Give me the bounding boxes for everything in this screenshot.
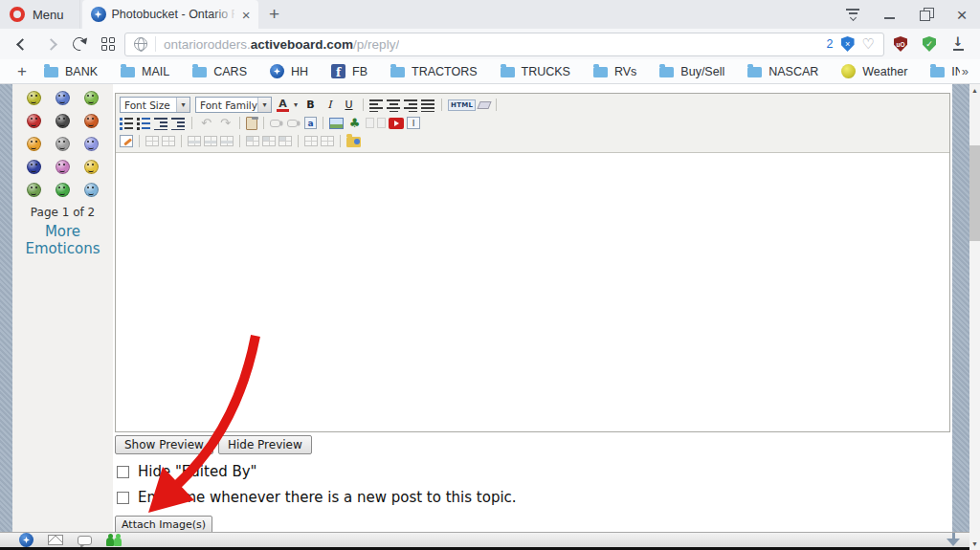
bookmarks-overflow-button[interactable]: » bbox=[960, 64, 970, 78]
tablecell-icon[interactable] bbox=[262, 136, 276, 146]
align-right-icon[interactable] bbox=[404, 99, 418, 112]
unlink-icon[interactable] bbox=[287, 116, 301, 131]
attach-images-button[interactable]: Attach Image(s) bbox=[115, 516, 212, 532]
eraser-icon[interactable] bbox=[478, 101, 492, 109]
tablerow-icon[interactable] bbox=[204, 136, 217, 146]
emoticon-8[interactable] bbox=[56, 137, 70, 151]
page-down-icon[interactable] bbox=[947, 533, 960, 547]
email-notify-checkbox[interactable] bbox=[117, 492, 129, 504]
page-scrollbar[interactable]: ▲ ▼ bbox=[969, 84, 980, 550]
reload-button[interactable] bbox=[67, 32, 92, 56]
forward-button[interactable] bbox=[38, 32, 63, 56]
tablecell-icon[interactable] bbox=[246, 136, 259, 146]
indent-icon[interactable] bbox=[171, 117, 186, 130]
activeboard-icon[interactable] bbox=[19, 533, 33, 547]
ublock-extension-button[interactable]: uO bbox=[888, 32, 913, 56]
bookmark-rvs[interactable]: RVs bbox=[593, 65, 636, 78]
emoticon-9[interactable] bbox=[84, 137, 99, 151]
bookmark-bank[interactable]: BANK bbox=[44, 65, 98, 78]
paste-icon[interactable] bbox=[246, 117, 257, 130]
bold-icon[interactable]: B bbox=[302, 98, 319, 113]
bookmark-weather[interactable]: Weather bbox=[841, 64, 907, 78]
new-tab-button[interactable]: + bbox=[258, 0, 291, 29]
add-bookmark-button[interactable]: + bbox=[10, 62, 34, 81]
emoticon-6[interactable] bbox=[84, 114, 99, 128]
chevron-down-icon[interactable]: ▾ bbox=[292, 98, 300, 113]
scrollbar-track[interactable] bbox=[969, 97, 980, 538]
redo-icon[interactable]: ↷ bbox=[217, 116, 234, 131]
mail-icon[interactable] bbox=[48, 535, 63, 545]
font-size-select[interactable]: Font Size▾ bbox=[120, 97, 190, 113]
more-emoticons-link[interactable]: More Emoticons bbox=[25, 223, 101, 257]
scrollbar-down-icon[interactable]: ▼ bbox=[969, 538, 980, 550]
cursor-icon[interactable]: I bbox=[407, 117, 420, 129]
tablerow-icon[interactable] bbox=[220, 136, 234, 146]
restore-button[interactable] bbox=[907, 0, 944, 29]
back-button[interactable] bbox=[10, 32, 34, 56]
html-icon[interactable]: HTML bbox=[448, 99, 476, 111]
adblock-shield-icon[interactable]: × bbox=[841, 36, 855, 52]
table-icon[interactable] bbox=[145, 136, 159, 146]
tablecell-icon[interactable] bbox=[278, 136, 292, 146]
scrollbar-up-icon[interactable]: ▲ bbox=[969, 84, 980, 97]
italic-icon[interactable]: I bbox=[322, 98, 338, 113]
bookmark-cars[interactable]: CARS bbox=[192, 65, 247, 78]
emoticon-5[interactable] bbox=[56, 114, 70, 128]
emoticon-4[interactable] bbox=[27, 114, 41, 128]
bookmark-hh[interactable]: HH bbox=[270, 64, 308, 78]
table-icon[interactable] bbox=[321, 136, 334, 146]
youtube-icon[interactable] bbox=[389, 118, 404, 129]
emoticon-13[interactable] bbox=[27, 183, 41, 197]
tab-close-icon[interactable]: × bbox=[240, 8, 253, 22]
chat-bubble-icon[interactable] bbox=[78, 536, 92, 545]
downloads-button[interactable]: ↓ bbox=[946, 32, 970, 56]
scrollbar-thumb[interactable] bbox=[969, 145, 980, 241]
bookmark-mail[interactable]: MAIL bbox=[121, 65, 169, 78]
tab-search-button[interactable] bbox=[835, 0, 871, 29]
table-icon[interactable] bbox=[304, 136, 318, 146]
emoticon-2[interactable] bbox=[56, 91, 70, 105]
members-icon[interactable] bbox=[106, 534, 123, 546]
hide-preview-button[interactable]: Hide Preview bbox=[218, 435, 312, 454]
align-center-icon[interactable] bbox=[387, 99, 401, 112]
image-icon[interactable] bbox=[329, 118, 344, 129]
underline-icon[interactable]: U bbox=[341, 98, 357, 113]
tree-icon[interactable]: ♣ bbox=[346, 116, 363, 131]
link-icon[interactable] bbox=[270, 116, 284, 131]
browser-tab[interactable]: Photobucket - Ontario Ro × bbox=[82, 0, 258, 29]
mini-icon[interactable] bbox=[366, 118, 374, 128]
source-icon[interactable] bbox=[120, 135, 133, 147]
emoticon-3[interactable] bbox=[84, 91, 99, 105]
emoticon-10[interactable] bbox=[27, 160, 41, 174]
emoticon-12[interactable] bbox=[84, 160, 99, 174]
emoticon-1[interactable] bbox=[27, 91, 41, 105]
table-icon[interactable] bbox=[162, 136, 175, 146]
align-justify-icon[interactable] bbox=[421, 99, 435, 112]
ol-icon[interactable] bbox=[137, 117, 151, 130]
heart-icon[interactable]: ♡ bbox=[862, 37, 875, 52]
bookmark-buy-sell[interactable]: Buy/Sell bbox=[659, 65, 724, 78]
address-bar[interactable]: ontariorodders.activeboard.com/p/reply/ … bbox=[124, 33, 884, 56]
hide-edited-by-checkbox[interactable] bbox=[117, 466, 129, 478]
ul-icon[interactable] bbox=[120, 117, 134, 130]
mini-icon[interactable] bbox=[377, 118, 386, 128]
anchor-icon[interactable]: a bbox=[304, 117, 317, 129]
tablerow-icon[interactable] bbox=[188, 136, 201, 146]
align-left-icon[interactable] bbox=[369, 99, 384, 112]
bookmark-trucks[interactable]: TRUCKS bbox=[501, 65, 570, 78]
bookmark-internet[interactable]: INTERNET bbox=[930, 65, 959, 78]
speed-dial-button[interactable] bbox=[96, 32, 121, 56]
bookmark-fb[interactable]: fFB bbox=[331, 64, 368, 78]
bookmark-tractors[interactable]: TRACTORS bbox=[390, 65, 478, 78]
editor-textarea[interactable] bbox=[116, 153, 949, 431]
emoticon-11[interactable] bbox=[56, 160, 70, 174]
outdent-icon[interactable] bbox=[154, 117, 168, 130]
undo-icon[interactable]: ↶ bbox=[198, 116, 214, 131]
opera-menu-button[interactable]: Menu bbox=[0, 0, 80, 29]
emoticon-15[interactable] bbox=[84, 183, 99, 197]
emoticon-7[interactable] bbox=[27, 137, 41, 151]
font-family-select[interactable]: Font Family▾ bbox=[195, 97, 272, 113]
emoticon-14[interactable] bbox=[56, 183, 70, 197]
emofolder-icon[interactable] bbox=[346, 137, 361, 147]
forecolor-icon[interactable]: A bbox=[277, 99, 289, 112]
